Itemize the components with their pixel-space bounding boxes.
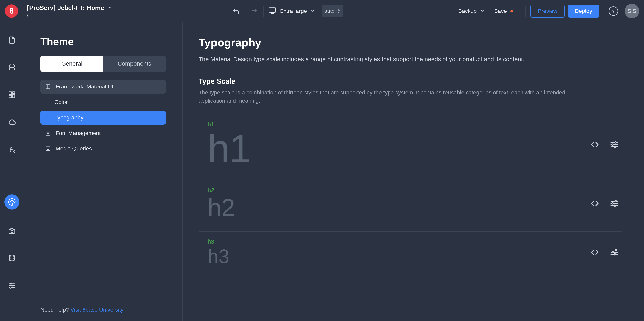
save-label: Save: [494, 8, 507, 14]
divider: [604, 5, 604, 17]
save-button[interactable]: Save: [494, 8, 513, 14]
svg-point-51: [614, 254, 616, 255]
type-label: h2: [208, 187, 590, 194]
code-button[interactable]: [590, 199, 599, 208]
device-label: Extra large: [280, 8, 307, 14]
menu-color[interactable]: Color: [40, 95, 166, 109]
page-description: The Material Design type scale includes …: [198, 55, 576, 63]
rail-cloud[interactable]: [6, 116, 18, 128]
brand-logo[interactable]: 8: [5, 4, 18, 18]
avatar[interactable]: S S: [624, 4, 639, 18]
svg-rect-8: [9, 92, 12, 94]
main-content: Typography The Material Design type scal…: [183, 22, 644, 321]
svg-point-24: [12, 285, 14, 287]
svg-point-23: [10, 283, 12, 285]
zoom-input[interactable]: auto: [322, 5, 344, 17]
icon-rail: [0, 22, 24, 321]
svg-point-37: [615, 142, 616, 143]
chevron-down-icon: [480, 8, 484, 14]
svg-point-49: [615, 249, 616, 251]
rail-data[interactable]: [6, 252, 18, 264]
font-icon: [45, 130, 51, 136]
help-button[interactable]: [609, 6, 618, 16]
undo-button[interactable]: [232, 7, 240, 15]
title-block: [ProServ] Jebel-FT: Home /: [27, 4, 112, 18]
menu-framework-label: Framework: Material UI: [56, 83, 162, 90]
divider: [526, 5, 526, 17]
section-title: Type Scale: [198, 77, 622, 85]
rail-settings[interactable]: [6, 280, 18, 292]
tune-button[interactable]: [610, 140, 618, 149]
svg-point-44: [612, 203, 614, 204]
rail-functions[interactable]: [6, 144, 18, 156]
media-queries-icon: [45, 145, 51, 152]
help-prefix: Need help?: [40, 307, 70, 313]
theme-sidebar: Theme General Components Framework: Mate…: [24, 22, 183, 321]
menu-framework[interactable]: Framework: Material UI: [40, 80, 166, 94]
rail-pages[interactable]: [6, 34, 18, 46]
svg-point-25: [10, 287, 11, 289]
svg-point-50: [612, 252, 614, 253]
rail-assets[interactable]: [6, 225, 18, 237]
svg-point-38: [612, 144, 614, 145]
rail-components[interactable]: [6, 89, 18, 101]
tune-button[interactable]: [610, 248, 618, 257]
type-sample: h3: [208, 247, 590, 266]
svg-point-7: [12, 67, 13, 68]
device-selector[interactable]: Extra large: [268, 7, 315, 15]
tune-button[interactable]: [610, 199, 618, 208]
type-row-h2: h2 h2: [198, 180, 622, 231]
menu-typography[interactable]: Typography: [40, 111, 166, 125]
svg-point-18: [11, 230, 13, 232]
type-row-h1: h1 h1: [198, 114, 622, 180]
menu-media-queries-label: Media Queries: [56, 145, 162, 152]
code-button[interactable]: [590, 248, 599, 257]
svg-rect-26: [46, 85, 50, 89]
top-bar: 8 [ProServ] Jebel-FT: Home /: [0, 0, 644, 22]
svg-rect-0: [269, 8, 276, 12]
monitor-icon: [268, 7, 276, 15]
menu-font-management[interactable]: Font Management: [40, 126, 166, 140]
svg-rect-11: [9, 95, 12, 98]
svg-point-6: [11, 67, 12, 68]
help-link[interactable]: Visit 8base University: [70, 307, 124, 313]
zoom-step-up[interactable]: [337, 8, 341, 11]
page-heading: Typography: [198, 36, 622, 49]
svg-marker-4: [338, 12, 340, 13]
menu-font-label: Font Management: [56, 130, 162, 136]
help-line: Need help? Visit 8base University: [40, 307, 166, 313]
rail-theme[interactable]: [4, 194, 20, 210]
breadcrumb[interactable]: /: [27, 12, 112, 18]
chevron-down-icon: [310, 8, 315, 14]
deploy-button[interactable]: Deploy: [568, 4, 599, 18]
page-title[interactable]: [ProServ] Jebel-FT: Home: [27, 4, 104, 11]
section-description: The type scale is a combination of thirt…: [198, 89, 588, 105]
layout-icon: [45, 83, 51, 90]
menu-color-label: Color: [54, 99, 162, 105]
svg-point-19: [9, 255, 14, 257]
zoom-value: auto: [324, 8, 334, 14]
type-sample: h1: [208, 129, 590, 168]
backup-dropdown[interactable]: Backup: [458, 8, 484, 14]
svg-point-45: [614, 205, 616, 206]
svg-point-43: [615, 201, 616, 202]
menu-media-queries[interactable]: Media Queries: [40, 142, 166, 156]
tab-components[interactable]: Components: [103, 55, 166, 72]
type-sample: h2: [208, 195, 590, 220]
rail-state[interactable]: [6, 61, 18, 73]
chevron-up-icon[interactable]: [108, 5, 112, 10]
sidebar-tabs: General Components: [40, 55, 166, 72]
zoom-step-down[interactable]: [337, 11, 341, 14]
type-row-h3: h3 h3: [198, 231, 622, 278]
svg-rect-9: [12, 92, 15, 93]
type-label: h3: [208, 238, 590, 245]
tab-general[interactable]: General: [40, 55, 103, 72]
backup-label: Backup: [458, 8, 477, 14]
preview-button[interactable]: Preview: [530, 4, 564, 18]
svg-marker-3: [338, 9, 340, 10]
svg-rect-10: [12, 94, 15, 98]
code-button[interactable]: [590, 140, 599, 149]
menu-typography-label: Typography: [54, 114, 162, 121]
unsaved-indicator-icon: [510, 10, 513, 12]
type-label: h1: [208, 121, 590, 128]
